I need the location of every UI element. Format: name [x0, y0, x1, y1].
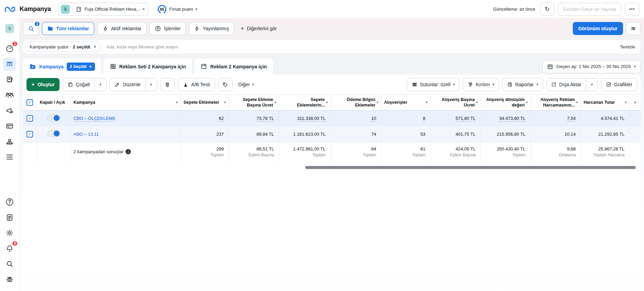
col-header-adds-value[interactable]: Sepete Eklemelerin...▾ [279, 95, 331, 111]
lightning-icon [194, 26, 200, 32]
tab-active-ads[interactable]: Aktif reklamlar [97, 22, 147, 35]
account-selector[interactable]: S Fuja Official Reklam Hesa... ▾ [58, 3, 148, 16]
create-button[interactable]: + Oluştur [26, 78, 60, 91]
opportunity-score[interactable]: 95 Fırsat puanı ▾ [157, 4, 197, 14]
add-column-button[interactable]: + [630, 95, 641, 111]
table-header-row: ✓ Kapalı / Açık Kampanya▾ Sepete Eklemel… [23, 95, 641, 111]
breakdown-button[interactable]: Kırılım ▾ [463, 78, 499, 91]
col-header-off-on[interactable]: Kapalı / Açık [37, 95, 71, 111]
charts-button[interactable]: Grafikler [601, 78, 637, 91]
columns-button[interactable]: Sütunlar: özell ▾ [407, 78, 460, 91]
chevron-down-icon: ▾ [453, 83, 455, 86]
divider [73, 5, 73, 13]
tab-ads[interactable]: Reklam 2 Kampanya için [194, 58, 273, 75]
col-header-cost-per-add[interactable]: Sepete Ekleme Başına Ücret▾ [229, 95, 279, 111]
filter-search-input[interactable]: Ada, koda veya filtrelere göre arayın [106, 44, 620, 49]
sidebar-item-settings[interactable] [3, 226, 16, 239]
more-actions-button[interactable]: Diğer ▾ [236, 82, 257, 87]
level-tabs-row: Kampanya 2 Seçildi × Reklam Seti 2 Kampa… [23, 58, 641, 75]
remove-filter-icon[interactable]: × [94, 44, 96, 49]
sort-chevron-icon: ▾ [526, 101, 528, 104]
notification-badge: 8 [12, 240, 18, 246]
duplicate-button[interactable]: Çoğalt [63, 78, 94, 91]
tab-ad-sets[interactable]: Reklam Seti 2 Kampanya için [104, 58, 192, 75]
campaign-toggle[interactable] [47, 114, 60, 122]
tag-button[interactable] [218, 78, 233, 91]
selected-count-pill[interactable]: 2 Seçildi × [67, 63, 95, 71]
filter-chip-campaigns-selected[interactable]: Kampanyalar şudur: 2 seçildi × [25, 42, 101, 52]
date-range-picker[interactable]: Geçen ay: 1 Nis 2025 – 30 Nis 2025 ▾ [542, 60, 641, 73]
horizontal-scrollbar[interactable] [305, 166, 636, 169]
sidebar-item-search[interactable] [3, 257, 16, 270]
sidebar-item-audiences[interactable] [3, 89, 16, 102]
sidebar-account-avatar[interactable]: S [3, 22, 16, 35]
edit-split-button: Düzenle ▾ [109, 78, 157, 91]
info-icon[interactable]: i [126, 149, 131, 154]
score-label: Fırsat puanı [169, 7, 193, 12]
columns-icon [412, 82, 417, 87]
tab-actions[interactable]: İşlemler [150, 22, 186, 35]
sidebar-item-opportunities[interactable]: 1 [3, 42, 16, 55]
sidebar-item-notifications[interactable]: 8 [3, 242, 16, 255]
row-checkbox[interactable]: ✓ [26, 131, 33, 137]
sort-chevron-icon: ▾ [377, 101, 378, 104]
col-header-purchases[interactable]: Alışverişler▾ [381, 95, 430, 111]
campaign-toggle[interactable] [47, 130, 60, 137]
campaign-name-link[interactable]: CBO – ÖLÇEKLEME [74, 116, 116, 122]
col-header-adds-to-cart[interactable]: Sepete Eklemeler▾ [181, 95, 229, 111]
campaigns-table-icon [6, 60, 14, 68]
see-more-views-button[interactable]: + Diğerlerini gör [237, 25, 280, 32]
sidebar-item-notes[interactable] [3, 211, 16, 224]
edit-button[interactable]: Düzenle [110, 78, 145, 91]
sidebar-item-all-tools[interactable] [3, 150, 16, 164]
select-all-checkbox[interactable]: ✓ [26, 99, 33, 106]
plus-icon: + [240, 25, 244, 32]
col-header-checkouts[interactable]: Ödeme Bilgisi Eklemeler▾ [331, 95, 381, 111]
sort-chevron-icon: ▾ [576, 101, 578, 104]
search-icon [6, 260, 14, 268]
create-view-button[interactable]: Görünüm oluştur [573, 22, 623, 35]
sidebar-item-billing[interactable] [3, 120, 16, 133]
refresh-icon: ↻ [545, 5, 550, 13]
table-summary-row: 2 kampanyadan sonuçlari 299Toplam 86,51 … [23, 142, 641, 161]
sidebar-item-help[interactable] [3, 195, 16, 209]
export-button[interactable]: Dışa Aktar [547, 78, 586, 91]
view-tabs-row: 1 Tüm reklamlar Aktif reklamlar İşlemler [23, 22, 641, 35]
gear-icon [6, 229, 14, 237]
reports-button[interactable]: Raporlar ▾ [502, 78, 543, 91]
help-icon [5, 198, 14, 206]
sidebar-item-ads-promotion[interactable] [3, 104, 16, 117]
sidebar-item-reports[interactable] [3, 73, 16, 86]
row-checkbox[interactable]: ✓ [26, 115, 33, 122]
col-header-campaign[interactable]: Kampanya▾ [71, 95, 181, 111]
review-publish-button[interactable]: Gözden Geçir ve Yayınla [558, 3, 621, 16]
update-status: Güncelleme: az önce [493, 7, 535, 12]
export-dropdown[interactable]: ▾ [586, 78, 598, 91]
clear-selection-icon[interactable]: × [89, 64, 92, 69]
arrow-up-circle-icon [155, 25, 161, 32]
chevron-down-icon: ▾ [195, 8, 197, 11]
campaign-name-link[interactable]: ABO – 13.11 [74, 132, 99, 137]
col-header-cost-per-purchase[interactable]: Alışveriş Başına Ücret▾ [430, 95, 481, 111]
refresh-button[interactable]: ↻ [540, 3, 555, 16]
sidebar-item-assets[interactable] [3, 135, 16, 148]
col-header-roas[interactable]: Alışveriş Reklam Harcamasının...▾ [530, 95, 581, 111]
meta-logo[interactable] [0, 6, 20, 13]
edit-dropdown[interactable]: ▾ [145, 78, 157, 91]
search-views-button[interactable]: 1 [23, 22, 39, 35]
more-options-button[interactable]: ••• [625, 3, 639, 16]
sidebar-item-ads-manager[interactable] [3, 58, 16, 71]
view-settings-button[interactable] [626, 22, 641, 35]
col-header-amount-spent[interactable]: Harcanan Tutar▾ [581, 95, 630, 111]
tab-all-ads[interactable]: Tüm reklamlar [42, 22, 94, 35]
sidebar-item-report-bug[interactable] [3, 273, 16, 286]
delete-button[interactable] [160, 78, 175, 91]
duplicate-dropdown[interactable]: ▾ [94, 78, 106, 91]
col-header-conversion-value[interactable]: Alışveriş dönüşüm değeri▾ [481, 95, 530, 111]
top-bar: Kampanya S Fuja Official Reklam Hesa... … [0, 0, 644, 19]
ab-test-button[interactable]: A/B Testi [178, 78, 215, 91]
tab-campaigns[interactable]: Kampanya 2 Seçildi × [23, 58, 101, 75]
ellipsis-icon: ••• [629, 7, 635, 12]
clear-filters-button[interactable]: Temizle [620, 44, 635, 49]
tab-published[interactable]: Yayınlanmış [189, 22, 234, 35]
